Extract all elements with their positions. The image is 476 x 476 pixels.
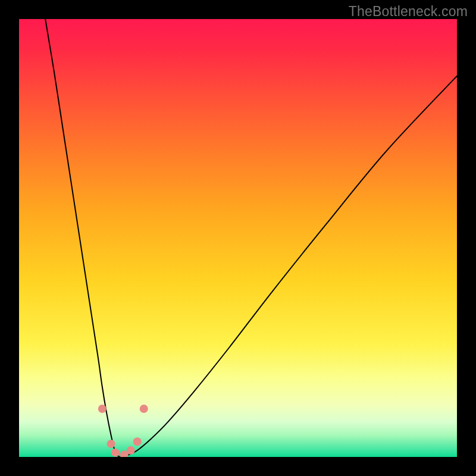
watermark-text: TheBottleneck.com (349, 4, 468, 20)
curve-marker (111, 449, 120, 457)
curve-marker (140, 405, 148, 413)
curve-svg (19, 19, 457, 457)
chart-frame: TheBottleneck.com (0, 0, 476, 476)
curve-marker (107, 440, 115, 448)
curve-marker (127, 446, 135, 455)
bottleneck-curve-path (45, 19, 457, 457)
curve-marker (133, 437, 142, 446)
curve-marker (98, 405, 107, 413)
plot-area (19, 19, 457, 457)
